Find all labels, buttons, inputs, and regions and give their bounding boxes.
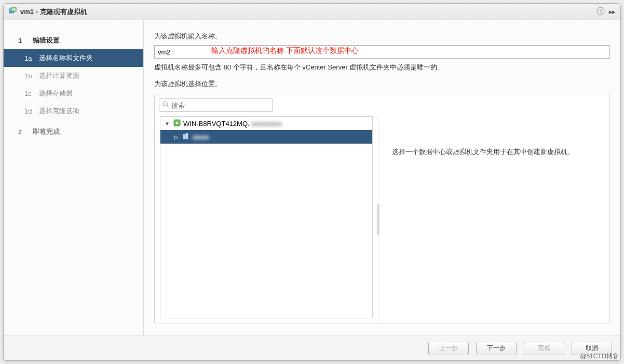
vm-icon xyxy=(9,7,17,17)
main-panel: 为该虚拟机输入名称。 输入克隆虚拟机的名称 下面默认这个数据中心 虚拟机名称最多… xyxy=(144,20,620,335)
svg-line-5 xyxy=(167,106,169,108)
tree-node-label: ■■■■ xyxy=(193,133,209,141)
svg-text:?: ? xyxy=(599,8,602,14)
info-panel: 选择一个数据中心或虚拟机文件夹用于在其中创建新虚拟机。 xyxy=(378,116,609,324)
expand-icon[interactable]: ▷ xyxy=(173,134,180,140)
sidebar-label: 编辑设置 xyxy=(33,36,60,45)
titlebar: vm1 - 克隆现有虚拟机 ? ▸▸ xyxy=(4,4,620,20)
sidebar-step-clone-options: 1d选择克隆选项 xyxy=(4,102,143,120)
svg-rect-8 xyxy=(183,134,185,139)
sidebar-section-ready: 2即将完成 xyxy=(4,123,143,141)
tree-node-label: WIN-B8RVQT412MQ. xyxy=(183,120,250,128)
svg-point-4 xyxy=(163,102,167,106)
svg-point-7 xyxy=(176,121,179,124)
collapse-icon[interactable]: ▼ xyxy=(164,121,171,127)
sidebar-label: 即将完成 xyxy=(33,127,60,136)
splitter-handle[interactable] xyxy=(377,204,379,235)
search-input[interactable] xyxy=(171,102,269,109)
cancel-button[interactable]: 取消 xyxy=(572,342,612,355)
clone-vm-dialog: vm1 - 克隆现有虚拟机 ? ▸▸ 1编辑设置 1a选择名称和文件夹 1b选择… xyxy=(3,3,621,361)
help-icon[interactable]: ? xyxy=(596,7,605,17)
location-tree[interactable]: ▼ WIN-B8RVQT412MQ. xxxxxxxxx ▷ xyxy=(160,116,373,318)
expand-icon[interactable]: ▸▸ xyxy=(609,8,615,16)
dialog-footer: 上一步 下一步 完成 取消 xyxy=(4,335,620,360)
sidebar-section-edit: 1编辑设置 xyxy=(4,32,143,49)
location-prompt: 为该虚拟机选择位置。 xyxy=(154,79,610,89)
dialog-body: 1编辑设置 1a选择名称和文件夹 1b选择计算资源 1c选择存储器 1d选择克隆… xyxy=(4,20,620,335)
name-hint: 虚拟机名称最多可包含 80 个字符，且名称在每个 vCenter Server … xyxy=(154,63,610,72)
blurred-text: xxxxxxxxx xyxy=(250,120,282,128)
location-search[interactable] xyxy=(159,99,273,112)
name-prompt: 为该虚拟机输入名称。 xyxy=(154,32,610,41)
vm-name-input[interactable] xyxy=(154,45,610,59)
finish-button: 完成 xyxy=(524,342,564,355)
dialog-title: vm1 - 克隆现有虚拟机 xyxy=(20,7,596,17)
svg-rect-9 xyxy=(186,133,188,139)
datacenter-icon xyxy=(182,132,191,142)
sidebar-label: 选择计算资源 xyxy=(39,71,79,80)
sidebar-label: 选择克隆选项 xyxy=(39,106,79,116)
vcenter-icon xyxy=(173,119,181,129)
location-card: ▼ WIN-B8RVQT412MQ. xxxxxxxxx ▷ xyxy=(154,94,610,324)
next-button[interactable]: 下一步 xyxy=(476,342,517,355)
svg-rect-1 xyxy=(11,7,16,11)
sidebar-step-storage: 1c选择存储器 xyxy=(4,85,143,102)
sidebar-step-compute: 1b选择计算资源 xyxy=(4,67,143,85)
back-button: 上一步 xyxy=(428,342,469,355)
info-text: 选择一个数据中心或虚拟机文件夹用于在其中创建新虚拟机。 xyxy=(378,116,609,157)
wizard-sidebar: 1编辑设置 1a选择名称和文件夹 1b选择计算资源 1c选择存储器 1d选择克隆… xyxy=(4,20,144,335)
tree-node-root[interactable]: ▼ WIN-B8RVQT412MQ. xxxxxxxxx xyxy=(160,117,372,130)
sidebar-step-name-folder[interactable]: 1a选择名称和文件夹 xyxy=(4,49,143,67)
search-icon xyxy=(162,101,169,110)
sidebar-label: 选择存储器 xyxy=(39,89,73,98)
tree-node-datacenter[interactable]: ▷ ■■■■ xyxy=(160,130,372,144)
sidebar-label: 选择名称和文件夹 xyxy=(39,53,93,63)
